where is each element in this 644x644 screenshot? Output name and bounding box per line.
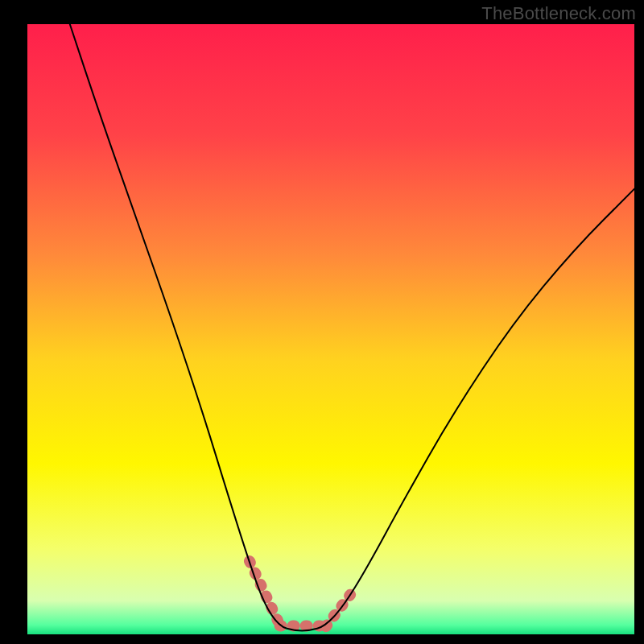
watermark-text: TheBottleneck.com	[481, 3, 636, 24]
chart-frame: TheBottleneck.com	[0, 0, 644, 644]
plot-background	[27, 24, 634, 634]
bottleneck-chart	[0, 0, 644, 644]
